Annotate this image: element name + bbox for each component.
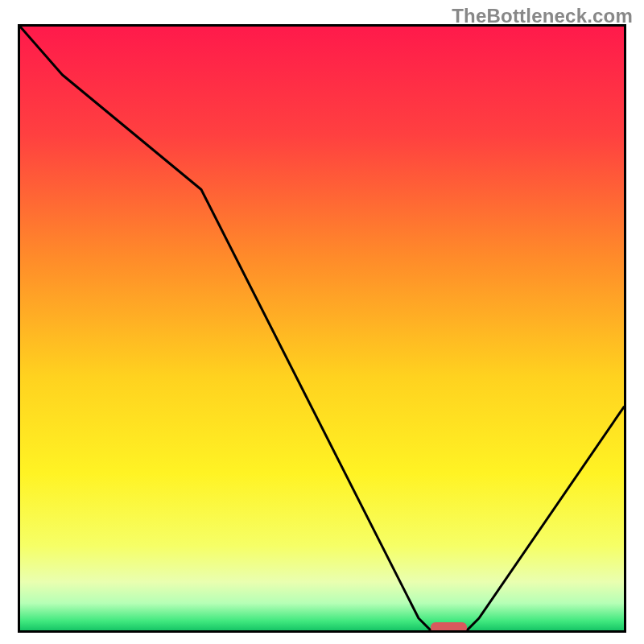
background-gradient [20, 27, 624, 630]
chart-container: TheBottleneck.com [0, 0, 644, 644]
plot-area [20, 27, 624, 630]
svg-rect-0 [20, 27, 624, 630]
plot-frame [18, 24, 626, 633]
